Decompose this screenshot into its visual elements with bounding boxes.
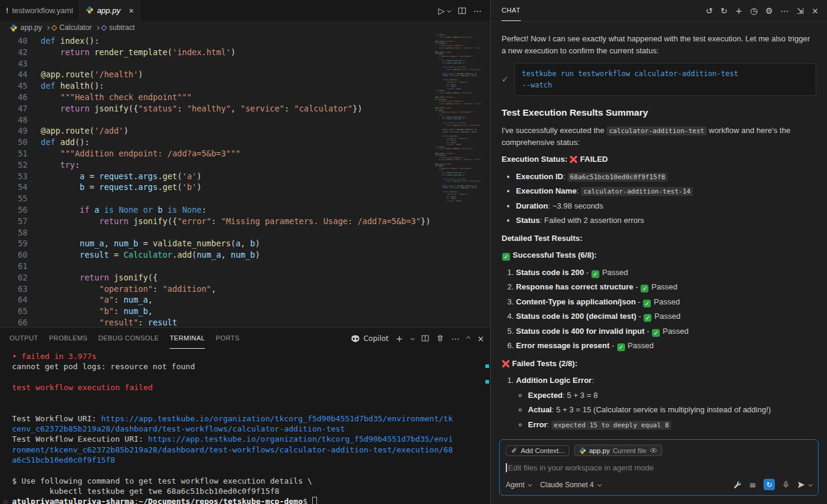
terminal-link[interactable]: a6c51bcb10ed0c0f9f15f8 — [12, 455, 115, 464]
panel-more-actions-button[interactable]: ⋯ — [451, 334, 460, 343]
attached-file-chip[interactable]: app.py Current file — [574, 445, 662, 456]
chat-list-item: Status: Failed with 2 assertion errors — [516, 215, 816, 227]
code-line[interactable]: 58 — [0, 227, 490, 239]
panel-tabbar: OUTPUTPROBLEMSDEBUG CONSOLETERMINALPORTS… — [0, 328, 490, 349]
terminal[interactable]: • failed in 3.977scannot get pod logs: r… — [0, 349, 490, 504]
split-editor-button[interactable] — [458, 7, 466, 15]
code-line[interactable]: 61 — [0, 261, 490, 272]
run-python-file-button[interactable]: ▷ — [438, 6, 451, 16]
code-line[interactable]: 62 return jsonify({ — [0, 272, 490, 283]
breadcrumb-item[interactable]: app.py — [20, 23, 42, 32]
code-line[interactable]: 54 b = request.args.get('b') — [0, 182, 490, 193]
code-line[interactable]: 53 a = request.args.get('a') — [0, 171, 490, 182]
terminal-overview-mark — [485, 364, 489, 368]
redo-icon[interactable]: ↻ — [720, 6, 728, 16]
code-line[interactable]: 40def index(): — [0, 35, 490, 47]
panel-tab-ports[interactable]: PORTS — [216, 328, 240, 349]
code-line[interactable]: 56 if a is None or b is None: — [0, 204, 490, 216]
close-chat-icon[interactable]: × — [811, 6, 819, 16]
open-in-editor-icon[interactable]: ⇲ — [797, 6, 804, 16]
context-row: Add Context... app.py Current file — [506, 445, 812, 456]
tools-button[interactable] — [734, 481, 742, 489]
editor-tab-app.py[interactable]: app.py× — [80, 0, 140, 21]
send-dropdown-icon[interactable] — [808, 482, 813, 487]
breadcrumb-item[interactable]: Calculator — [59, 23, 92, 32]
code-line[interactable]: 59 num_a, num_b = validate_numbers(a, b) — [0, 238, 490, 249]
panel-tabs: OUTPUTPROBLEMSDEBUG CONSOLETERMINALPORTS — [10, 328, 250, 349]
terminal-line: cenv_c62372b85b219a28/dashboard/test-wor… — [12, 424, 482, 434]
panel-tab-debug-console[interactable]: DEBUG CONSOLE — [98, 328, 159, 349]
chat-paragraph: Failed Tests (2/8): — [502, 358, 816, 370]
history-icon[interactable]: ◷ — [750, 6, 757, 16]
code-line[interactable]: 64 "a": num_a, — [0, 294, 490, 306]
code-line[interactable]: 60 result = Calculator.add(num_a, num_b) — [0, 249, 490, 261]
chat-list-item: Error message is present - ✓ Passed — [516, 340, 816, 352]
terminal-profile-dropdown-icon[interactable] — [411, 336, 415, 340]
code-line[interactable]: 63 "operation": "addition", — [0, 283, 490, 295]
terminal-cursor — [312, 497, 317, 504]
close-tab-icon[interactable]: × — [129, 6, 134, 16]
code-line[interactable]: 51 """Addition endpoint: /add?a=5&b=3""" — [0, 148, 490, 159]
breadcrumb[interactable]: app.pyCalculatorsubtract — [0, 21, 490, 34]
code-line[interactable]: 43 — [0, 58, 490, 70]
maximize-panel-icon[interactable] — [466, 336, 470, 340]
chat-text-input[interactable]: Edit files in your workspace in agent mo… — [506, 461, 812, 474]
chat-input-container[interactable]: Add Context... app.py Current file Edit … — [499, 439, 819, 496]
code-line[interactable]: 50def add(): — [0, 137, 490, 148]
auto-approve-toggle[interactable]: ↻ — [763, 479, 775, 490]
terminal-link[interactable]: ronment/tkcenv_c62372b85b219a28/dashboar… — [12, 445, 453, 454]
code-line[interactable]: 47 return jsonify({"status": "healthy", … — [0, 103, 490, 114]
editor-more-actions-button[interactable]: ⋯ — [473, 6, 482, 16]
code-line[interactable]: 57 return jsonify({"error": "Missing par… — [0, 216, 490, 227]
play-icon: ▷ — [438, 6, 445, 16]
undo-icon[interactable]: ↺ — [706, 6, 713, 16]
model-picker[interactable]: Claude Sonnet 4 — [540, 481, 600, 489]
send-button[interactable] — [797, 481, 812, 489]
trash-icon — [436, 334, 444, 342]
close-panel-button[interactable]: × — [477, 334, 484, 343]
code-line[interactable]: 42 return render_template('index.html') — [0, 47, 490, 58]
command-text[interactable]: testkube run testworkflow calculator-add… — [514, 63, 816, 96]
code-line[interactable]: 48 — [0, 114, 490, 126]
code-line[interactable]: 46 """Health check endpoint""" — [0, 92, 490, 103]
terminal-link[interactable]: https://app.testkube.io/organization/tkc… — [101, 414, 453, 423]
split-terminal-button[interactable] — [421, 334, 429, 342]
kill-terminal-button[interactable] — [436, 334, 444, 342]
more-actions-icon[interactable]: ⋯ — [781, 6, 789, 16]
code-line[interactable]: 66 "result": result — [0, 317, 490, 327]
mic-button[interactable] — [782, 481, 790, 488]
code-editor[interactable]: 40def index():42 return render_template(… — [0, 34, 490, 327]
check-icon: ✓ — [502, 253, 510, 261]
vscode-window: !testworkflow.yamlapp.py× ▷ ⋯ app.pyCalc… — [0, 0, 827, 504]
code-line[interactable]: 52 try: — [0, 159, 490, 171]
split-editor-icon — [458, 7, 466, 15]
code-line[interactable]: 44@app.route('/health') — [0, 69, 490, 80]
chat-input-area: Add Context... app.py Current file Edit … — [491, 434, 827, 504]
python-file-icon — [579, 447, 586, 454]
editor-tabs: !testworkflow.yamlapp.py× — [0, 0, 140, 21]
sync-icon: ↻ — [766, 481, 772, 489]
settings-gear-icon[interactable]: ⚙ — [765, 6, 773, 16]
terminal-link[interactable]: https://app.testkube.io/organization/tkc… — [148, 434, 453, 443]
add-context-button[interactable]: Add Context... — [506, 445, 569, 456]
agent-mode-picker[interactable]: Agent — [506, 481, 532, 489]
editor-tab-testworkflow.yaml[interactable]: !testworkflow.yaml — [0, 0, 80, 21]
python-symbol-icon — [10, 24, 17, 32]
minimap[interactable]: def index(): return render_template('ind… — [435, 34, 481, 327]
terminal-link[interactable]: cenv_c62372b85b219a28/dashboard/test-wor… — [12, 424, 345, 433]
python-file-icon — [86, 6, 93, 16]
breadcrumb-item[interactable]: subtract — [109, 23, 135, 32]
new-terminal-button[interactable]: + — [396, 334, 403, 343]
new-chat-icon[interactable]: + — [735, 6, 743, 16]
code-line[interactable]: 65 "b": num_b, — [0, 306, 490, 317]
list-button[interactable]: ≡ — [749, 480, 756, 490]
panel-tab-output[interactable]: OUTPUT — [10, 328, 38, 349]
panel-tab-terminal[interactable]: TERMINAL — [170, 328, 205, 349]
panel-tab-problems[interactable]: PROBLEMS — [49, 328, 87, 349]
code-line[interactable]: 55 — [0, 193, 490, 204]
code-line[interactable]: 45def health(): — [0, 80, 490, 92]
code-line[interactable]: 49@app.route('/add') — [0, 125, 490, 137]
chat-panel: CHAT ↺↻+◷⚙⋯⇲× Perfect! Now I can see exa… — [491, 0, 827, 504]
chat-tab[interactable]: CHAT — [502, 0, 521, 21]
terminal-copilot-button[interactable]: Copilot — [351, 334, 388, 343]
